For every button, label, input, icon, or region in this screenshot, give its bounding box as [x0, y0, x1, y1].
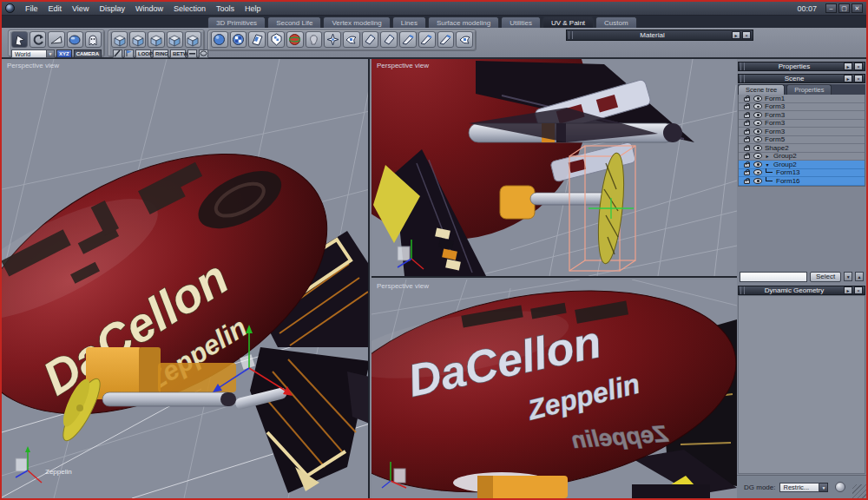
camera-button[interactable]: CAMERA — [74, 49, 102, 58]
dg-mode-select[interactable]: Restric... — [779, 483, 819, 492]
ring-button[interactable]: RING — [153, 49, 168, 58]
tab-custom[interactable]: Custom — [595, 16, 637, 28]
lock-icon[interactable] — [744, 122, 750, 126]
viewport-bottom-right[interactable]: Perspective view — [372, 280, 737, 498]
scene-tree-item-form16[interactable]: Form16 — [739, 177, 865, 186]
lock-icon[interactable] — [744, 114, 750, 118]
scene-tree-item-group2[interactable]: ▸Group2 — [739, 153, 865, 161]
select-vertices-icon[interactable] — [129, 31, 146, 48]
scene-tree-item-form3[interactable]: Form3 — [739, 111, 865, 120]
menu-tools[interactable]: Tools — [211, 2, 240, 16]
scene-tree-item-form13[interactable]: Form13 — [739, 169, 865, 178]
visibility-eye-icon[interactable] — [753, 95, 762, 102]
expand-arrow-icon[interactable]: ▸ — [764, 153, 771, 159]
lock-icon[interactable] — [744, 163, 750, 168]
loop-button[interactable]: LOOP — [135, 49, 151, 58]
ghost-mode-icon[interactable] — [85, 31, 102, 48]
close-icon[interactable]: × — [854, 75, 863, 82]
uv-peel-icon[interactable] — [362, 31, 379, 48]
select-cube-icon[interactable] — [111, 31, 128, 48]
scene-panel-header[interactable]: Scene ▸ × — [738, 74, 865, 83]
betw-button[interactable]: BETW — [170, 49, 186, 58]
maximize-button[interactable]: ▢ — [838, 3, 850, 13]
dynamic-geometry-panel-header[interactable]: Dynamic Geometry ▸ × — [738, 286, 865, 295]
scene-tab-properties[interactable]: Properties — [786, 84, 832, 95]
menu-edit[interactable]: Edit — [43, 2, 68, 16]
minimize-button[interactable]: – — [825, 3, 837, 13]
visibility-eye-icon[interactable] — [753, 103, 762, 109]
visibility-eye-icon[interactable] — [753, 112, 762, 118]
uv-head-preview-icon[interactable] — [306, 31, 323, 48]
scene-tree-item-shape2[interactable]: Shape2 — [739, 144, 865, 153]
expand-icon[interactable]: ▸ — [732, 31, 740, 39]
lock-icon[interactable] — [744, 130, 750, 135]
uv-cut-icon[interactable] — [418, 31, 436, 48]
properties-panel-header[interactable]: Properties ▸ × — [738, 62, 865, 71]
menu-file[interactable]: File — [20, 2, 43, 16]
visibility-eye-icon[interactable] — [753, 178, 762, 184]
expand-icon[interactable]: ▸ — [844, 286, 852, 294]
uv-stitch-icon[interactable] — [437, 31, 455, 48]
uv-star-checker-icon[interactable] — [324, 31, 341, 48]
uv-bend-plane-icon[interactable] — [248, 31, 266, 48]
shrink-selection-icon[interactable] — [187, 49, 197, 58]
viewport-main[interactable]: Perspective view — [2, 59, 370, 498]
face-tool-icon[interactable] — [48, 31, 64, 48]
chevron-down-icon[interactable]: ▼ — [46, 50, 54, 57]
expand-icon[interactable]: ▸ — [844, 62, 852, 70]
scene-filter-input[interactable] — [740, 272, 807, 282]
uv-pinch-checker-icon[interactable] — [343, 31, 360, 48]
visibility-eye-icon[interactable] — [753, 136, 762, 142]
paint-select-icon[interactable] — [124, 49, 134, 58]
orbit-tool-icon[interactable] — [67, 31, 83, 48]
tab-lines[interactable]: Lines — [392, 16, 426, 28]
scene-tree-item-form5[interactable]: Form5 — [739, 136, 865, 145]
menu-view[interactable]: View — [67, 2, 94, 16]
lock-icon[interactable] — [744, 105, 750, 109]
expand-icon[interactable]: ▸ — [844, 75, 852, 82]
select-edges-icon[interactable] — [148, 31, 164, 48]
scene-tab-scene-tree[interactable]: Scene tree — [738, 84, 785, 95]
close-button[interactable]: ✕ — [852, 3, 863, 13]
collapse-arrow-icon[interactable]: ▾ — [764, 161, 771, 168]
pen-select-icon[interactable] — [113, 49, 122, 58]
close-icon[interactable]: × — [742, 31, 751, 39]
lock-icon[interactable] — [744, 171, 750, 175]
lock-icon[interactable] — [744, 138, 750, 142]
tab-3d-primitives[interactable]: 3D Primitives — [207, 16, 266, 28]
uv-wrap-icon[interactable] — [456, 31, 473, 48]
uv-box-projection-icon[interactable] — [267, 31, 285, 48]
tab-utilities[interactable]: Utilities — [501, 16, 541, 28]
tab-uv-paint[interactable]: UV & Paint — [542, 16, 594, 28]
menu-selection[interactable]: Selection — [168, 2, 211, 16]
visibility-eye-icon[interactable] — [753, 145, 762, 151]
tab-second-life[interactable]: Second Life — [267, 16, 321, 28]
coordinate-space-select[interactable]: World ▼ — [11, 49, 55, 58]
scene-tree-item-form3[interactable]: Form3 — [739, 120, 865, 128]
visibility-eye-icon[interactable] — [753, 169, 762, 175]
uv-globe-material-icon[interactable] — [286, 31, 304, 48]
tab-surface-modeling[interactable]: Surface modeling — [428, 16, 499, 28]
menu-display[interactable]: Display — [94, 2, 130, 16]
lock-icon[interactable] — [744, 155, 750, 159]
select-objects-icon[interactable] — [185, 31, 201, 48]
close-icon[interactable]: × — [854, 62, 863, 70]
grow-selection-icon[interactable] — [199, 49, 208, 58]
scene-tree-item-form3[interactable]: Form3 — [739, 103, 865, 112]
uv-sphere-projection-icon[interactable] — [211, 31, 228, 48]
viewport-top-right[interactable]: Perspective view — [372, 59, 737, 278]
uv-checker-sphere-icon[interactable] — [230, 31, 247, 48]
lock-icon[interactable] — [744, 97, 750, 102]
tab-vertex-modeling[interactable]: Vertex modeling — [323, 16, 390, 28]
menu-help[interactable]: Help — [240, 2, 266, 16]
close-icon[interactable]: × — [854, 286, 863, 294]
visibility-eye-icon[interactable] — [753, 120, 762, 126]
scroll-up-button[interactable]: ▲ — [855, 272, 864, 281]
uv-unfold-icon[interactable] — [380, 31, 398, 48]
select-arrow-icon[interactable] — [11, 31, 28, 48]
uv-knife-icon[interactable] — [399, 31, 417, 48]
menu-window[interactable]: Window — [130, 2, 168, 16]
scene-tree-item-form3[interactable]: Form3 — [739, 128, 865, 136]
visibility-eye-icon[interactable] — [753, 161, 762, 168]
select-button[interactable]: Select — [810, 272, 841, 282]
